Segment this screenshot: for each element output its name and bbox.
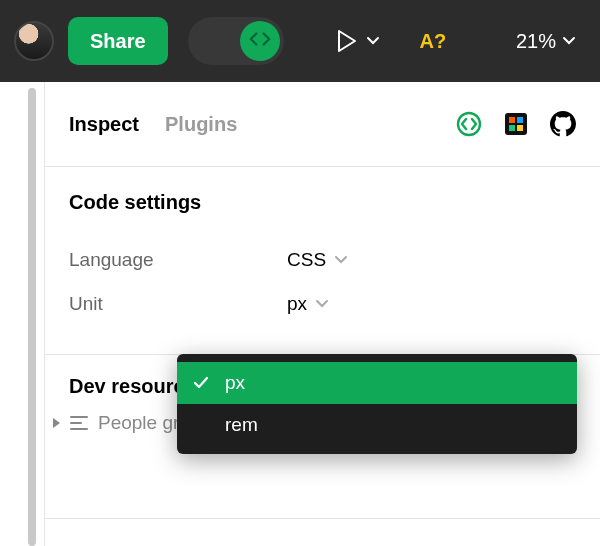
chevron-down-icon xyxy=(366,34,380,48)
chevron-down-icon xyxy=(562,30,576,53)
unit-value: px xyxy=(287,293,307,315)
plugin-tile-icon[interactable] xyxy=(504,112,528,136)
tab-inspect[interactable]: Inspect xyxy=(69,113,139,136)
svg-rect-3 xyxy=(517,117,523,123)
expand-triangle-icon[interactable] xyxy=(53,418,60,428)
dev-mode-toggle-knob xyxy=(240,21,280,61)
zoom-dropdown[interactable]: 21% xyxy=(516,30,576,53)
share-button[interactable]: Share xyxy=(68,17,168,65)
code-icon xyxy=(249,28,271,54)
tab-plugins[interactable]: Plugins xyxy=(165,113,237,136)
inspect-panel: Inspect Plugins Code settings Language xyxy=(44,82,600,546)
avatar[interactable] xyxy=(14,21,54,61)
vertical-scrollbar[interactable] xyxy=(0,82,44,546)
play-icon xyxy=(336,29,358,53)
chevron-down-icon xyxy=(334,253,348,267)
language-dropdown[interactable]: CSS xyxy=(287,249,348,271)
svg-rect-1 xyxy=(505,113,527,135)
language-value: CSS xyxy=(287,249,326,271)
present-button[interactable] xyxy=(336,29,380,53)
zoom-value: 21% xyxy=(516,30,556,53)
svg-rect-2 xyxy=(509,117,515,123)
codegen-icon[interactable] xyxy=(456,111,482,137)
check-icon xyxy=(191,375,211,391)
code-settings-heading: Code settings xyxy=(69,191,576,214)
share-button-label: Share xyxy=(90,30,146,53)
unit-option-label: px xyxy=(225,372,245,394)
unit-dropdown[interactable]: px xyxy=(287,293,329,315)
autolayout-suggest-button[interactable]: A? xyxy=(420,30,447,53)
svg-rect-5 xyxy=(517,125,523,131)
unit-dropdown-menu: px rem xyxy=(177,354,577,454)
unit-label: Unit xyxy=(69,293,287,315)
chevron-down-icon xyxy=(315,297,329,311)
unit-option-label: rem xyxy=(225,414,258,436)
top-toolbar: Share A? 21% xyxy=(0,0,600,82)
frame-icon xyxy=(70,416,88,430)
unit-option-rem[interactable]: rem xyxy=(177,404,577,446)
divider xyxy=(45,518,600,519)
svg-rect-4 xyxy=(509,125,515,131)
dev-mode-toggle[interactable] xyxy=(188,17,284,65)
unit-option-px[interactable]: px xyxy=(177,362,577,404)
layer-name: People gri xyxy=(98,412,184,434)
github-icon[interactable] xyxy=(550,111,576,137)
language-label: Language xyxy=(69,249,287,271)
